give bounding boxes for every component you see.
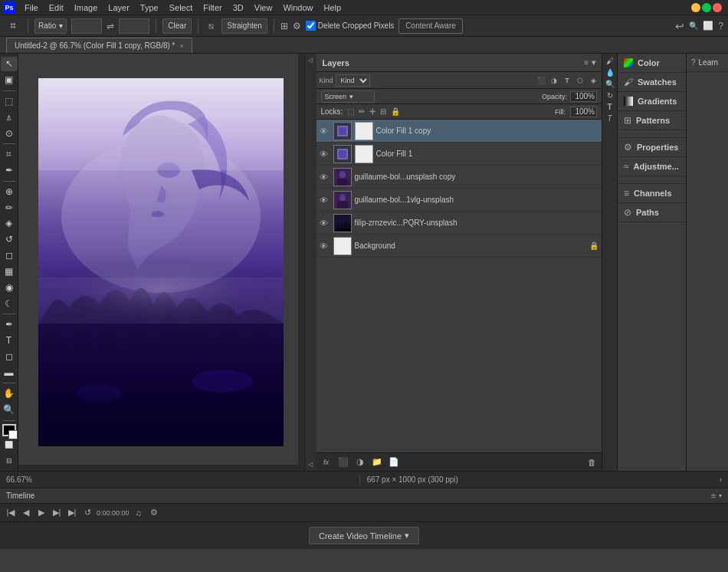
tl-go-start[interactable]: |◀ (5, 507, 17, 519)
type-tool[interactable]: T (1, 334, 18, 348)
eraser-tool[interactable]: ◻ (1, 248, 18, 263)
timeline-collapse-icon[interactable]: ▾ (719, 492, 722, 499)
clear-button[interactable]: Clear (162, 18, 192, 34)
patterns-section-header[interactable]: ⊞ Patterns (618, 111, 686, 130)
pen-tool[interactable]: ✒ (1, 317, 18, 332)
tl-play[interactable]: ▶ (35, 507, 48, 519)
lock-position-icon[interactable]: ✛ (369, 107, 375, 116)
layer-visibility-eye[interactable]: 👁 (320, 219, 330, 228)
gradient-tool[interactable]: ▦ (1, 265, 18, 279)
path-tool[interactable]: ◻ (1, 350, 18, 364)
content-aware-button[interactable]: Content Aware (398, 18, 462, 34)
layer-fx-button[interactable]: fx (320, 455, 333, 469)
layer-visibility-eye[interactable]: 👁 (320, 242, 330, 251)
type-icon[interactable]: T (562, 75, 572, 86)
crop-tool[interactable]: ⌗ (1, 147, 18, 162)
layer-item[interactable]: 👁 Color Fill 1 copy (316, 120, 602, 143)
menu-type[interactable]: Type (136, 0, 163, 15)
gear-icon[interactable]: ⚙ (293, 21, 301, 31)
swap-icon[interactable]: ⇌ (107, 21, 114, 31)
paths-section-header[interactable]: ⊘ Paths (618, 203, 686, 222)
zoom-tool[interactable]: 🔍 (1, 403, 18, 417)
menu-3d[interactable]: 3D (228, 0, 248, 15)
undo-icon[interactable]: ↩ (675, 20, 684, 32)
history-brush-tool[interactable]: ↺ (1, 232, 18, 247)
horizontal-scrollbar[interactable] (18, 465, 304, 471)
lock-pixels-icon[interactable]: ✏ (359, 107, 365, 116)
layer-item[interactable]: 👁 filip-zrnzevic...PQRY-unsplash (316, 212, 602, 235)
vertical-scrollbar[interactable] (298, 54, 304, 471)
menu-view[interactable]: View (250, 0, 277, 15)
collapse-arrow-top[interactable]: ◁ (308, 57, 313, 64)
dodge-tool[interactable]: ☾ (1, 296, 18, 311)
timeline-dropdown-arrow[interactable]: ▾ (405, 531, 409, 541)
channels-section-header[interactable]: ≡ Channels (618, 184, 686, 202)
move-tool[interactable]: ↖ (1, 57, 18, 71)
zoom-toggle[interactable]: 🔍 (689, 21, 698, 30)
artboard-tool[interactable]: ▣ (1, 73, 18, 87)
layer-visibility-eye[interactable]: 👁 (320, 196, 330, 205)
menu-window[interactable]: Window (278, 0, 317, 15)
menu-select[interactable]: Select (165, 0, 198, 15)
healing-tool[interactable]: ⊕ (1, 184, 18, 199)
marquee-tool[interactable]: ⬚ (1, 94, 18, 109)
layer-visibility-eye[interactable]: 👁 (320, 173, 330, 182)
pixel-icon[interactable]: ⬛ (536, 75, 546, 86)
add-mask-button[interactable]: ⬛ (336, 455, 350, 469)
width-input[interactable] (71, 18, 102, 34)
color-section-header[interactable]: Color (618, 54, 686, 72)
brush-tool[interactable]: ✏ (1, 200, 18, 215)
create-group-button[interactable]: 📁 (370, 455, 384, 469)
create-layer-button[interactable]: 📄 (387, 455, 401, 469)
add-adjustment-button[interactable]: ◑ (353, 455, 367, 469)
lock-artboard-icon[interactable]: ⊟ (380, 107, 386, 116)
t-icon[interactable]: T (607, 103, 612, 111)
panel-menu-icon[interactable]: ≡ (584, 58, 589, 67)
rotate-icon[interactable]: ↻ (607, 91, 613, 100)
stamp-tool[interactable]: ◈ (1, 216, 18, 231)
screen-mode-icon[interactable]: ⬜ (703, 21, 713, 31)
status-arrow-icon[interactable]: › (720, 475, 722, 484)
layers-list[interactable]: 👁 Color Fill 1 copy 👁 Color Fill 1 👁 (316, 120, 602, 452)
layer-visibility-eye[interactable]: 👁 (320, 150, 330, 159)
delete-cropped-checkbox[interactable] (306, 21, 316, 31)
zoom-options-icon[interactable]: 🔍 (605, 80, 615, 88)
smart-icon[interactable]: ◈ (588, 75, 598, 86)
layer-item[interactable]: 👁 Color Fill 1 (316, 143, 602, 166)
height-input[interactable] (119, 18, 149, 34)
blend-mode-dropdown[interactable]: Screen ▾ (321, 90, 375, 103)
quick-mask[interactable]: ⬜ (1, 438, 18, 452)
ratio-dropdown[interactable]: Ratio ▾ (34, 18, 67, 34)
straighten-icon[interactable]: ⧅ (205, 20, 217, 32)
help-icon[interactable]: ? (718, 21, 723, 31)
lock-all-icon[interactable]: 🔒 (391, 107, 400, 116)
layer-item[interactable]: 👁 guillaume-bol...1vlg-unsplash (316, 189, 602, 212)
foreground-color[interactable] (2, 424, 16, 436)
brush-options-icon[interactable]: 🖌 (606, 57, 614, 65)
lock-transparent-icon[interactable]: ⬚ (347, 107, 354, 116)
layer-visibility-eye[interactable]: 👁 (320, 127, 330, 136)
adj-icon[interactable]: ◑ (549, 75, 559, 86)
lasso-tool[interactable]: ⍋ (1, 110, 18, 124)
properties-section-header[interactable]: ⚙ Properties (618, 138, 686, 156)
tl-prev-frame[interactable]: ◀ (20, 507, 32, 519)
collapse-arrow-bottom[interactable]: ◁ (308, 461, 313, 468)
adjustments-section-header[interactable]: ≈ Adjustme... (618, 157, 686, 176)
hand-tool[interactable]: ✋ (1, 386, 18, 401)
swatches-section-header[interactable]: 🖌 Swatches (618, 73, 686, 91)
menu-edit[interactable]: Edit (44, 0, 68, 15)
background-color[interactable] (8, 430, 18, 439)
shape-icon[interactable]: ⬡ (575, 75, 585, 86)
eyedropper-tool[interactable]: ✒ (1, 163, 18, 178)
tl-go-end[interactable]: ▶| (66, 507, 78, 519)
tl-next-frame[interactable]: ▶| (51, 507, 63, 519)
gradients-section-header[interactable]: Gradients (618, 92, 686, 110)
close-button[interactable] (713, 3, 722, 12)
straighten-button[interactable]: Straighten (221, 18, 267, 34)
panel-collapse-icon[interactable]: ▾ (592, 58, 595, 67)
quick-select-tool[interactable]: ⊙ (1, 126, 18, 140)
menu-layer[interactable]: Layer (103, 0, 134, 15)
create-video-timeline-button[interactable]: Create Video Timeline ▾ (309, 527, 419, 544)
tab-close-button[interactable]: × (179, 42, 183, 50)
tl-loop[interactable]: ↺ (81, 507, 93, 519)
